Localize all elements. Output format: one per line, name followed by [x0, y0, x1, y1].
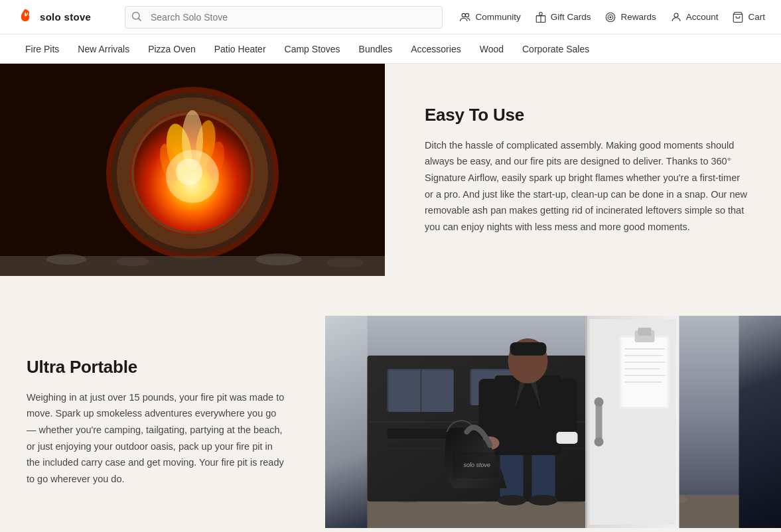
svg-point-26	[116, 257, 149, 266]
svg-rect-54	[638, 328, 652, 336]
easy-to-use-title: Easy To Use	[425, 105, 748, 125]
nav-wood[interactable]: Wood	[470, 34, 513, 64]
svg-point-28	[326, 258, 364, 267]
svg-rect-48	[596, 402, 603, 442]
header-nav: Community Gift Cards Rewards Account Car…	[459, 11, 765, 24]
logo-text: solo stove	[40, 11, 91, 23]
portable-text: Ultra Portable Weighing in at just over …	[0, 316, 325, 528]
svg-rect-61	[500, 448, 524, 498]
nav-patio-heater[interactable]: Patio Heater	[205, 34, 275, 64]
svg-point-2	[462, 13, 466, 17]
svg-rect-74	[510, 342, 547, 356]
rewards-label: Rewards	[620, 12, 656, 22]
nav-fire-pits[interactable]: Fire Pits	[16, 34, 68, 64]
flame-icon	[16, 8, 35, 27]
search-input[interactable]	[125, 6, 443, 29]
cart-label: Cart	[748, 12, 765, 22]
svg-rect-69	[559, 379, 577, 438]
easy-to-use-text: Easy To Use Ditch the hassle of complica…	[385, 64, 781, 276]
easy-to-use-body: Ditch the hassle of complicated assembly…	[425, 137, 748, 235]
portable-image-container: solo stove	[325, 316, 781, 528]
svg-rect-65	[495, 375, 561, 455]
svg-line-1	[139, 18, 141, 20]
svg-point-64	[529, 495, 558, 505]
main-nav: Fire Pits New Arrivals Pizza Oven Patio …	[0, 34, 781, 64]
fire-image-container	[0, 64, 385, 276]
account-icon	[670, 11, 683, 24]
svg-rect-62	[532, 448, 555, 498]
svg-text:solo stove: solo stove	[464, 462, 491, 468]
portable-body: Weighing in at just over 15 pounds, your…	[27, 389, 285, 488]
svg-point-7	[610, 16, 612, 18]
svg-point-63	[498, 495, 527, 505]
logo[interactable]: solo stove	[16, 8, 109, 27]
easy-to-use-section: Easy To Use Ditch the hassle of complica…	[0, 64, 781, 316]
portable-title: Ultra Portable	[27, 357, 285, 377]
nav-corporate-sales[interactable]: Corporate Sales	[513, 34, 599, 64]
rewards-icon	[604, 11, 617, 24]
account-label: Account	[686, 12, 719, 22]
search-bar	[125, 6, 443, 29]
community-icon	[459, 11, 472, 24]
community-link[interactable]: Community	[459, 11, 520, 24]
svg-point-27	[255, 253, 302, 265]
nav-camp-stoves[interactable]: Camp Stoves	[275, 34, 350, 64]
portable-image: solo stove	[325, 316, 781, 528]
svg-point-25	[46, 254, 86, 265]
svg-rect-75	[557, 432, 578, 444]
main-content: Easy To Use Ditch the hassle of complica…	[0, 64, 781, 528]
portable-visualization: solo stove	[325, 316, 781, 528]
svg-point-8	[674, 13, 678, 17]
nav-bundles[interactable]: Bundles	[350, 34, 402, 64]
svg-point-50	[595, 437, 604, 446]
svg-point-3	[466, 13, 469, 17]
rewards-link[interactable]: Rewards	[604, 11, 656, 24]
svg-point-49	[595, 397, 604, 407]
gift-icon	[534, 11, 547, 24]
cart-icon	[731, 11, 745, 24]
gift-cards-link[interactable]: Gift Cards	[534, 11, 591, 24]
nav-pizza-oven[interactable]: Pizza Oven	[139, 34, 205, 64]
fire-pit-image	[0, 64, 385, 276]
header: solo stove Community Gift Cards Rewards	[0, 0, 781, 34]
nav-new-arrivals[interactable]: New Arrivals	[68, 34, 139, 64]
svg-point-23	[176, 159, 202, 185]
search-icon	[131, 11, 141, 23]
community-label: Community	[475, 12, 520, 22]
ultra-portable-section: Ultra Portable Weighing in at just over …	[0, 316, 781, 528]
gift-cards-label: Gift Cards	[551, 12, 591, 22]
nav-accessories[interactable]: Accessories	[401, 34, 470, 64]
cart-link[interactable]: Cart	[731, 11, 765, 24]
account-link[interactable]: Account	[670, 11, 719, 24]
svg-rect-52	[622, 338, 668, 407]
fire-visualization	[0, 64, 385, 276]
